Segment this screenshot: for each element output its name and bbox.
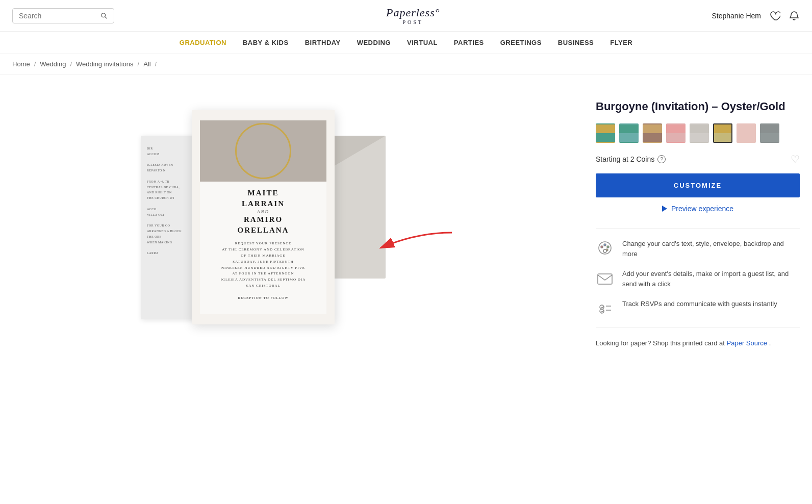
envelope-feature-icon xyxy=(596,269,614,287)
heart-icon[interactable] xyxy=(769,10,780,21)
swatch-0[interactable] xyxy=(596,123,615,143)
nav-item-parties[interactable]: PARTIES xyxy=(454,39,484,46)
invitation-line3: OF THEIR MARRIAGE xyxy=(241,254,285,258)
header-right: Stephanie Hem xyxy=(712,10,800,21)
nav-item-virtual[interactable]: VIRTUAL xyxy=(407,39,438,46)
svg-point-6 xyxy=(607,246,609,248)
swatch-2[interactable] xyxy=(643,123,662,143)
breadcrumb-sep-2: / xyxy=(70,60,72,68)
feature-item-1: Add your event's details, make or import… xyxy=(596,269,800,289)
checklist-icon xyxy=(596,299,614,317)
nav-item-birthday[interactable]: BIRTHDAY xyxy=(305,39,341,46)
svg-point-8 xyxy=(603,249,606,253)
play-icon xyxy=(662,206,667,212)
invitation-line2: AT THE CEREMONY AND CELEBRATION xyxy=(222,247,304,251)
breadcrumb-sep-1: / xyxy=(34,60,36,68)
swatch-1[interactable] xyxy=(619,123,639,143)
logo-subtitle: POST xyxy=(386,19,440,25)
paper-source-section: Looking for paper? Shop this printed car… xyxy=(596,327,800,349)
feature-item-2: Track RSVPs and communicate with guests … xyxy=(596,299,800,317)
header-icons xyxy=(769,10,800,21)
customize-button[interactable]: CUSTOMIZE xyxy=(596,173,800,197)
name4: ORELLANA xyxy=(237,225,289,236)
breadcrumb: Home / Wedding / Wedding invitations / A… xyxy=(0,54,812,74)
breadcrumb-wedding-invitations[interactable]: Wedding invitations xyxy=(76,60,134,68)
swatch-5[interactable] xyxy=(713,123,732,143)
preview-experience-button[interactable]: Preview experience xyxy=(596,205,800,213)
features-section: Change your card's text, style, envelope… xyxy=(596,228,800,317)
nav-item-wedding[interactable]: WEDDING xyxy=(357,39,391,46)
card-body-text: REQUEST YOUR PRESENCE AT THE CEREMONY AN… xyxy=(221,241,306,289)
gold-circle xyxy=(235,123,291,179)
svg-line-1 xyxy=(105,16,107,18)
palette-icon xyxy=(596,239,614,257)
invitation-card: MAITE LARRAIN AND RAMIRO ORELLANA REQUES… xyxy=(192,110,335,324)
swatch-6[interactable] xyxy=(737,123,756,143)
breadcrumb-sep-3: / xyxy=(138,60,140,68)
pricing-text: Starting at 2 Coins ? xyxy=(596,155,666,163)
nav-item-greetings[interactable]: GREETINGS xyxy=(500,39,542,46)
user-name: Stephanie Hem xyxy=(712,12,761,20)
pricing-row: Starting at 2 Coins ? ♡ xyxy=(596,153,800,165)
invitation-line5: NINETEEN HUNDRED AND EIGHTY FIVE xyxy=(221,266,305,270)
search-box[interactable] xyxy=(12,8,114,23)
card-bottom: MAITE LARRAIN AND RAMIRO ORELLANA REQUES… xyxy=(200,182,326,314)
name2: LARRAIN xyxy=(237,198,289,209)
help-icon[interactable]: ? xyxy=(657,155,666,163)
couple-names: MAITE LARRAIN AND RAMIRO ORELLANA xyxy=(237,188,289,236)
feature-text-0: Change your card's text, style, envelope… xyxy=(622,239,800,259)
svg-point-0 xyxy=(102,13,106,17)
logo: Paperless° POST xyxy=(386,6,440,25)
name3: RAMIRO xyxy=(237,214,289,225)
logo-title: Paperless° xyxy=(386,6,440,19)
breadcrumb-all[interactable]: All xyxy=(143,60,150,68)
nav-item-baby-kids[interactable]: BABY & KIDS xyxy=(243,39,289,46)
paper-source-text: Looking for paper? Shop this printed car… xyxy=(596,339,727,347)
header: Paperless° POST Stephanie Hem xyxy=(0,0,812,32)
breadcrumb-wedding[interactable]: Wedding xyxy=(40,60,66,68)
invitation-line8: SAN CRISTOBAL xyxy=(246,284,281,288)
svg-point-4 xyxy=(601,246,603,248)
nav-item-business[interactable]: BUSINESS xyxy=(558,39,594,46)
bell-icon[interactable] xyxy=(789,10,800,21)
nav-item-flyer[interactable]: FLYER xyxy=(610,39,632,46)
color-swatches xyxy=(596,123,800,143)
name-and: AND xyxy=(237,209,289,214)
invitation-line7: IGLESIA ADVENTISTA DEL SEPTIMO DIA xyxy=(221,278,306,282)
swatch-3[interactable] xyxy=(666,123,686,143)
feature-text-2: Track RSVPs and communicate with guests … xyxy=(622,299,777,309)
paper-source-end: . xyxy=(769,339,771,347)
card-top-block xyxy=(200,120,326,182)
nav-item-graduation[interactable]: GRADUATION xyxy=(180,39,226,46)
svg-rect-9 xyxy=(598,274,612,284)
breadcrumb-home[interactable]: Home xyxy=(12,60,30,68)
preview-label: Preview experience xyxy=(671,205,733,213)
reception-text: RECEPTION TO FOLLOW xyxy=(238,295,288,301)
search-input[interactable] xyxy=(19,12,96,20)
right-panel: Burgoyne (Invitation) – Oyster/Gold Star… xyxy=(596,95,800,360)
main-content: DIRACCOM IGLESIA ADVEN REPARTO N FROM A-… xyxy=(0,74,812,381)
feature-text-1: Add your event's details, make or import… xyxy=(622,269,800,289)
feature-item-0: Change your card's text, style, envelope… xyxy=(596,239,800,259)
swatch-4[interactable] xyxy=(690,123,709,143)
invitation-line6: AT FOUR IN THE AFTERNOON xyxy=(233,271,294,275)
search-icon xyxy=(100,12,108,20)
invitation-line1: REQUEST YOUR PRESENCE xyxy=(235,241,291,245)
swatch-7[interactable] xyxy=(760,123,779,143)
envelope-wrapper: DIRACCOM IGLESIA ADVEN REPARTO N FROM A-… xyxy=(171,105,416,350)
preview-area: DIRACCOM IGLESIA ADVEN REPARTO N FROM A-… xyxy=(12,95,575,360)
product-title: Burgoyne (Invitation) – Oyster/Gold xyxy=(596,100,800,113)
main-nav: GRADUATION BABY & KIDS BIRTHDAY WEDDING … xyxy=(0,32,812,54)
pricing-label: Starting at 2 Coins xyxy=(596,155,654,163)
name1: MAITE xyxy=(237,188,289,198)
svg-point-5 xyxy=(604,244,606,246)
paper-source-link[interactable]: Paper Source xyxy=(727,339,768,347)
breadcrumb-sep-4: / xyxy=(155,60,157,68)
invitation-line4: SATURDAY, JUNE FIFTEENTH xyxy=(233,260,293,264)
wishlist-heart-icon[interactable]: ♡ xyxy=(791,153,800,165)
